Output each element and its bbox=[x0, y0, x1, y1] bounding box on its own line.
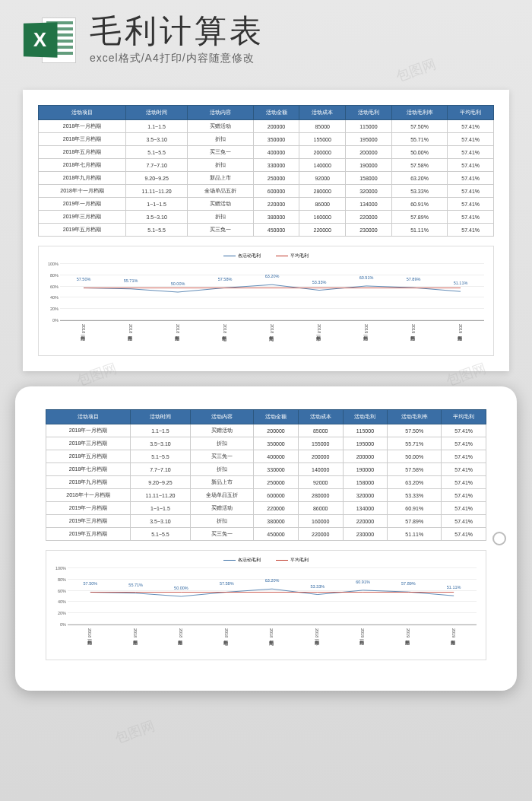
data-label: 53.33% bbox=[312, 280, 327, 284]
table-cell: 280000 bbox=[298, 489, 343, 502]
column-header: 活动金额 bbox=[254, 410, 299, 424]
table-cell: 2018年九月档期 bbox=[46, 476, 131, 489]
table-cell: 330000 bbox=[254, 463, 299, 476]
table-cell: 200000 bbox=[298, 450, 343, 463]
table-cell: 250000 bbox=[253, 172, 299, 185]
table-cell: 86000 bbox=[299, 198, 346, 211]
data-label: 60.91% bbox=[359, 275, 374, 280]
table-cell: 5.1~5.5 bbox=[131, 450, 190, 463]
table-cell: 9.20~9.25 bbox=[126, 172, 188, 185]
table-cell: 380000 bbox=[253, 211, 299, 224]
line-chart: 各活动毛利平均毛利0%20%40%60%80%100%57.50%55.71%5… bbox=[38, 246, 494, 356]
table-row: 2018年七月档期7.7~7.10折扣33000014000019000057.… bbox=[46, 463, 486, 476]
legend-line-icon bbox=[223, 256, 236, 257]
table-cell: 134000 bbox=[346, 198, 392, 211]
x-axis-tick: 2018年七月档期 bbox=[223, 324, 228, 356]
table-cell: 450000 bbox=[253, 224, 299, 237]
table-row: 2019年一月档期1~1~1.5买赠活动2200008600013400060.… bbox=[46, 502, 486, 515]
table-cell: 57.41% bbox=[442, 515, 486, 528]
table-cell: 57.41% bbox=[448, 185, 494, 198]
table-cell: 7.7~7.10 bbox=[131, 463, 190, 476]
data-table-container: 活动项目活动时间活动内容活动金额活动成本活动毛利活动毛利率平均毛利2018年一月… bbox=[38, 105, 494, 237]
column-header: 活动成本 bbox=[298, 410, 343, 424]
table-cell: 57.41% bbox=[448, 172, 494, 185]
table-row: 2018年十一月档期11.11~11.20全场单品五折6000002800003… bbox=[39, 185, 494, 198]
data-label: 55.71% bbox=[124, 278, 138, 283]
data-label: 63.20% bbox=[265, 578, 280, 583]
x-axis-tick: 2019年三月档期 bbox=[406, 628, 411, 660]
table-cell: 158000 bbox=[346, 172, 392, 185]
data-label: 63.20% bbox=[265, 274, 280, 278]
table-row: 2018年九月档期9.20~9.25新品上市250000920001580006… bbox=[46, 476, 486, 489]
column-header: 平均毛利 bbox=[442, 410, 486, 424]
column-header: 活动时间 bbox=[131, 410, 190, 424]
column-header: 活动金额 bbox=[253, 106, 299, 120]
table-cell: 1~1~1.5 bbox=[126, 198, 188, 211]
x-axis-tick: 2018年一月档期 bbox=[87, 628, 93, 660]
table-cell: 折扣 bbox=[190, 463, 254, 476]
column-header: 活动毛利率 bbox=[391, 106, 448, 120]
table-cell: 450000 bbox=[254, 528, 299, 541]
table-cell: 220000 bbox=[343, 515, 388, 528]
table-cell: 2018年五月档期 bbox=[46, 450, 131, 463]
x-axis-tick: 2019年一月档期 bbox=[360, 628, 366, 660]
x-axis-tick: 2018年三月档期 bbox=[128, 324, 134, 356]
table-cell: 200000 bbox=[253, 120, 299, 133]
gross-profit-table: 活动项目活动时间活动内容活动金额活动成本活动毛利活动毛利率平均毛利2018年一月… bbox=[46, 409, 486, 541]
legend-label: 平均毛利 bbox=[290, 557, 309, 564]
table-cell: 85000 bbox=[299, 120, 346, 133]
table-cell: 220000 bbox=[346, 211, 392, 224]
table-cell: 380000 bbox=[254, 515, 299, 528]
table-cell: 600000 bbox=[253, 185, 299, 198]
table-cell: 50.00% bbox=[388, 450, 442, 463]
table-cell: 60.91% bbox=[388, 502, 442, 515]
table-cell: 57.41% bbox=[448, 198, 494, 211]
data-label: 50.00% bbox=[171, 281, 185, 286]
y-axis-tick: 60% bbox=[43, 284, 59, 289]
y-axis-tick: 0% bbox=[43, 318, 59, 323]
excel-file-icon: X bbox=[23, 14, 76, 67]
table-cell: 57.41% bbox=[442, 463, 486, 476]
y-axis-tick: 80% bbox=[51, 577, 66, 582]
table-cell: 320000 bbox=[343, 489, 388, 502]
plot-area: 0%20%40%60%80%100%57.50%55.71%50.00%57.5… bbox=[68, 568, 477, 625]
table-cell: 新品上市 bbox=[190, 476, 254, 489]
plot-area: 0%20%40%60%80%100%57.50%55.71%50.00%57.5… bbox=[60, 264, 484, 321]
data-label: 57.58% bbox=[218, 277, 233, 281]
column-header: 活动内容 bbox=[190, 410, 254, 424]
table-cell: 买赠活动 bbox=[190, 424, 254, 437]
data-label: 55.71% bbox=[128, 583, 143, 587]
table-cell: 53.33% bbox=[391, 185, 448, 198]
table-cell: 195000 bbox=[343, 437, 388, 450]
tablet-preview: 活动项目活动时间活动内容活动金额活动成本活动毛利活动毛利率平均毛利2018年一月… bbox=[15, 386, 517, 691]
table-cell: 86000 bbox=[298, 502, 343, 515]
table-cell: 200000 bbox=[346, 146, 392, 159]
table-row: 2018年一月档期1.1~1.5买赠活动2000008500011500057.… bbox=[46, 424, 486, 437]
x-axis-tick: 2018年十一月档期 bbox=[315, 628, 320, 660]
table-cell: 2019年五月档期 bbox=[46, 528, 131, 541]
table-cell: 140000 bbox=[299, 159, 346, 172]
table-cell: 折扣 bbox=[190, 515, 254, 528]
table-cell: 买三免一 bbox=[190, 450, 254, 463]
table-cell: 57.58% bbox=[391, 159, 448, 172]
legend-line-icon bbox=[276, 256, 288, 257]
table-cell: 买三免一 bbox=[188, 146, 253, 159]
x-axis-tick: 2019年一月档期 bbox=[364, 324, 369, 356]
table-cell: 220000 bbox=[299, 224, 346, 237]
data-label: 57.89% bbox=[407, 277, 421, 281]
table-cell: 全场单品五折 bbox=[188, 185, 253, 198]
y-axis-tick: 40% bbox=[43, 295, 59, 300]
table-cell: 2018年三月档期 bbox=[39, 133, 126, 146]
table-cell: 57.41% bbox=[448, 224, 494, 237]
table-row: 2018年十一月档期11.11~11.20全场单品五折6000002800003… bbox=[46, 489, 486, 502]
table-cell: 55.71% bbox=[391, 133, 448, 146]
table-cell: 57.89% bbox=[391, 211, 448, 224]
x-axis-tick: 2019年三月档期 bbox=[411, 324, 416, 356]
table-cell: 220000 bbox=[254, 502, 299, 515]
table-row: 2018年七月档期7.7~7.10折扣33000014000019000057.… bbox=[39, 159, 494, 172]
legend-item: 各活动毛利 bbox=[223, 253, 261, 259]
watermark: 包图网 bbox=[112, 716, 157, 747]
table-cell: 买三免一 bbox=[188, 224, 253, 237]
legend-item: 平均毛利 bbox=[276, 557, 309, 564]
table-cell: 57.89% bbox=[388, 515, 442, 528]
